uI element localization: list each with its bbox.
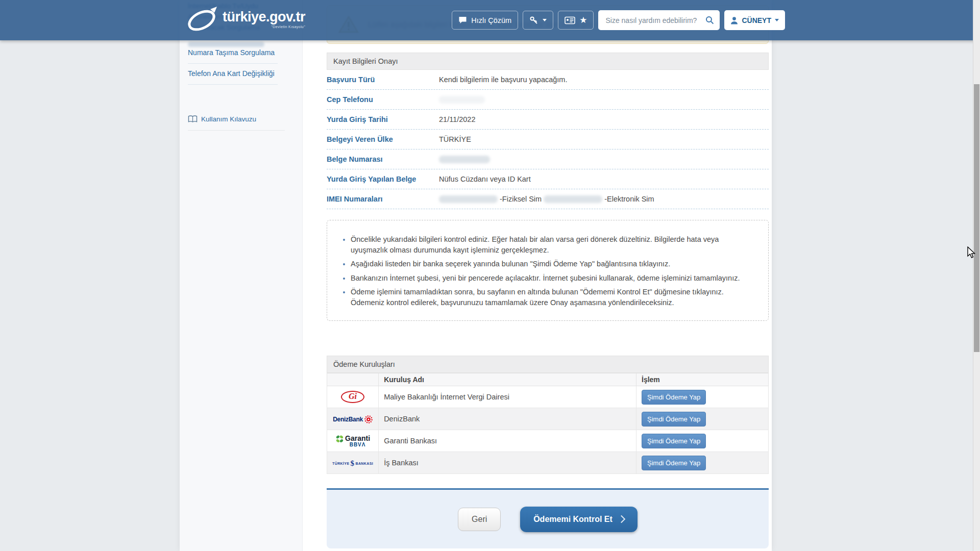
form-section-title: Kayıt Bilgileri Onayı [327,53,769,70]
form-row-label: Belge Numarası [327,155,439,163]
info-bullet: Ödeme işlemini tamamladıktan sonra, bu s… [351,287,755,308]
form-row-value: 21/11/2022 [439,115,476,123]
payment-row: GiMaliye Bakanlığı İnternet Vergi Daires… [327,386,769,408]
form-row: Yurda Giriş Yapılan BelgeNüfus Cüzdanı v… [327,169,769,189]
garanti-clover-icon [335,435,344,443]
scrollbar[interactable] [973,0,980,551]
form-row-value: -Fiziksel Sim-Elektronik Sim [439,195,654,203]
logo-text: türkiye.gov.tr [223,10,305,24]
search-input[interactable] [604,16,701,25]
redacted-value [544,195,602,203]
payments-table: Kuruluş Adı İşlem GiMaliye Bakanlığı İnt… [327,373,769,474]
form-row-value: TÜRKİYE [439,135,471,143]
pay-now-button[interactable]: Şimdi Ödeme Yap [642,412,706,427]
payment-logo-cell: GarantiBBVΛ [327,430,379,452]
pay-now-button[interactable]: Şimdi Ödeme Yap [642,456,706,470]
payment-action-cell: Şimdi Ödeme Yap [636,386,769,408]
value-text: Nüfus Cüzdanı veya ID Kart [439,175,531,183]
chevron-down-icon [543,19,547,21]
payment-action-cell: Şimdi Ödeme Yap [636,430,769,452]
form-row: Yurda Giriş Tarihi21/11/2022 [327,110,769,130]
payment-row: GarantiBBVΛGaranti BankasıŞimdi Ödeme Ya… [327,430,769,452]
book-icon [188,115,198,123]
payments-col-name: Kuruluş Adı [379,373,636,386]
denizbank-emblem-icon [364,415,373,423]
form-row-label: Başvuru Türü [327,76,439,84]
edevlet-emblem-icon [185,5,222,34]
value-text: 21/11/2022 [439,115,476,123]
payment-institution-name: Garanti Bankası [379,430,636,452]
form-row-value: Kendi bilgilerim ile başvuru yapacağım. [439,76,567,84]
payment-logo-cell: TÜRKİYE$BANKASI [327,452,379,474]
quick-solution-button[interactable]: Hızlı Çözüm [452,11,518,30]
user-menu-button[interactable]: CÜNEYT [724,10,785,30]
redacted-value [439,156,490,163]
idcard-favorites-button[interactable]: ★ [558,11,594,30]
scrollbar-thumb[interactable] [974,84,979,352]
info-bullet-list: Öncelikle yukarıdaki bilgileri kontrol e… [336,234,755,308]
denizbank-logo: DenizBank [333,415,373,423]
form-row: Belgeyi Veren ÜlkeTÜRKİYE [327,130,769,149]
sidebar-manual-label: Kullanım Kılavuzu [201,115,256,123]
payment-action-cell: Şimdi Ödeme Yap [636,452,769,474]
user-name: CÜNEYT [742,16,771,24]
back-button[interactable]: Geri [458,508,501,531]
payment-institution-name: İş Bankası [379,452,636,474]
pay-now-button[interactable]: Şimdi Ödeme Yap [642,390,706,405]
payment-logo-cell: DenizBank [327,408,379,430]
form-row-label: Cep Telefonu [327,95,439,104]
payment-institution-name: Maliye Bakanlığı İnternet Vergi Dairesi [379,386,636,408]
check-payment-button[interactable]: Ödememi Kontrol Et [520,507,638,532]
info-bullet: Aşağıdaki listeden bir banka seçerek yan… [351,259,755,269]
search-box[interactable] [598,10,720,30]
sidebar-item[interactable]: Numara Taşıma Sorgulama [188,43,278,64]
form-row-label: IMEI Numaraları [327,195,439,203]
payments-section: Ödeme Kuruluşları Kuruluş Adı İşlem GiMa… [327,356,769,474]
value-text: Kendi bilgilerim ile başvuru yapacağım. [439,76,567,84]
payments-section-title: Ödeme Kuruluşları [327,356,769,373]
payment-row: DenizBank DenizBankŞimdi Ödeme Yap [327,408,769,430]
info-bullet: Bankanızın İnternet şubesi, yeni bir pen… [351,273,755,284]
chevron-down-icon [775,19,779,21]
key-menu-button[interactable] [523,11,553,30]
form-row-label: Yurda Giriş Tarihi [327,115,439,123]
form-row-value [439,96,485,104]
user-icon [730,16,738,24]
info-box: Öncelikle yukarıdaki bilgileri kontrol e… [327,220,769,321]
redacted-value [439,195,498,203]
info-bullet: Öncelikle yukarıdaki bilgileri kontrol e… [351,234,755,255]
sidebar-nav: Numara Taşıma SorgulamaTelefon Ana Kart … [188,43,278,85]
form-row-value: Nüfus Cüzdanı veya ID Kart [439,175,531,183]
payments-header-row: Kuruluş Adı İşlem [327,373,769,386]
sidebar-item[interactable]: Telefon Ana Kart Değişikliği [188,64,278,85]
payments-col-action: İşlem [636,373,769,386]
payment-row: TÜRKİYE$BANKASIİş BankasıŞimdi Ödeme Yap [327,452,769,474]
payment-logo-cell: Gi [327,386,379,408]
payment-action-cell: Şimdi Ödeme Yap [636,408,769,430]
value-text: -Fiziksel Sim [500,195,542,203]
form-row: Başvuru TürüKendi bilgilerim ile başvuru… [327,70,769,90]
key-icon [529,16,538,25]
isbank-logo: TÜRKİYE$BANKASI [332,460,373,467]
form-row: IMEI Numaraları-Fiziksel Sim-Elektronik … [327,189,769,209]
edevlet-logo[interactable]: türkiye.gov.tr "Devletin Kısayolu" [185,5,305,34]
value-text: -Elektronik Sim [604,195,654,203]
chat-bubble-icon [458,16,467,24]
star-icon[interactable]: ★ [579,16,587,24]
value-text: TÜRKİYE [439,135,471,143]
sidebar-item-user-manual[interactable]: Kullanım Kılavuzu [188,109,285,131]
gib-logo: Gi [341,391,364,403]
garanti-logo: GarantiBBVΛ [335,435,370,447]
search-icon[interactable] [705,16,714,24]
form-row: Belge Numarası [327,149,769,169]
footer-action-bar: Geri Ödememi Kontrol Et [327,488,769,548]
form-row-label: Yurda Giriş Yapılan Belge [327,175,439,183]
chevron-right-icon [618,515,626,523]
page: { "header": { "logo_text": "türkiye.gov.… [0,0,980,551]
logo-tagline: "Devletin Kısayolu" [223,25,305,29]
main-content: Kayıt Bilgileri Onayı Başvuru TürüKendi … [327,40,769,548]
redacted-value [439,96,485,104]
quick-solution-label: Hızlı Çözüm [471,16,511,24]
pay-now-button[interactable]: Şimdi Ödeme Yap [642,434,706,448]
form-row: Cep Telefonu [327,90,769,110]
